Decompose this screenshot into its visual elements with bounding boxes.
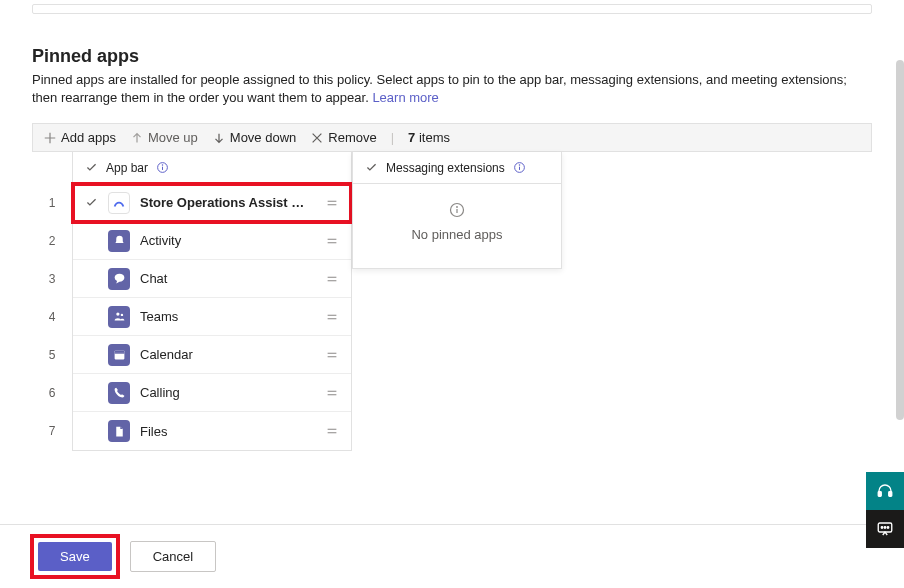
svg-point-18 bbox=[884, 527, 886, 529]
app-name: Files bbox=[140, 424, 311, 439]
move-up-button[interactable]: Move up bbox=[130, 130, 198, 145]
arrow-down-icon bbox=[212, 131, 226, 145]
x-icon bbox=[310, 131, 324, 145]
scrollbar[interactable] bbox=[896, 60, 904, 420]
learn-more-link[interactable]: Learn more bbox=[372, 90, 438, 105]
drag-handle-icon[interactable] bbox=[321, 424, 343, 438]
row-number: 3 bbox=[33, 260, 71, 298]
remove-label: Remove bbox=[328, 130, 376, 145]
app-bar-label: App bar bbox=[106, 161, 148, 175]
cancel-button[interactable]: Cancel bbox=[130, 541, 216, 572]
app-icon-activity bbox=[108, 230, 130, 252]
plus-icon bbox=[43, 131, 57, 145]
svg-point-19 bbox=[887, 527, 889, 529]
svg-point-9 bbox=[519, 165, 520, 166]
row-number: 4 bbox=[33, 298, 71, 336]
section-description: Pinned apps are installed for people ass… bbox=[32, 71, 862, 107]
app-name: Calendar bbox=[140, 347, 311, 362]
move-up-label: Move up bbox=[148, 130, 198, 145]
add-apps-label: Add apps bbox=[61, 130, 116, 145]
checkmark-icon bbox=[365, 161, 378, 174]
svg-rect-10 bbox=[519, 167, 520, 170]
row-number: 6 bbox=[33, 374, 71, 412]
messaging-extensions-list: Messaging extensions No pinned apps bbox=[352, 152, 562, 269]
svg-rect-14 bbox=[878, 492, 881, 497]
drag-handle-icon[interactable] bbox=[321, 272, 343, 286]
info-icon[interactable] bbox=[156, 161, 169, 174]
app-row-selected[interactable]: Store Operations Assist T… bbox=[73, 184, 351, 222]
drag-handle-icon[interactable] bbox=[321, 196, 343, 210]
headset-icon bbox=[876, 482, 894, 500]
drag-handle-icon[interactable] bbox=[321, 386, 343, 400]
checkmark-icon bbox=[85, 161, 98, 174]
messaging-label: Messaging extensions bbox=[386, 161, 505, 175]
app-row[interactable]: Calling bbox=[73, 374, 351, 412]
app-icon-store-operations bbox=[108, 192, 130, 214]
app-icon-files bbox=[108, 420, 130, 442]
app-row[interactable]: Activity bbox=[73, 222, 351, 260]
app-icon-calendar bbox=[108, 344, 130, 366]
app-bar-list: App bar Store Operations Assist T… Activ… bbox=[72, 152, 352, 451]
row-number: 1 bbox=[33, 184, 71, 222]
move-down-label: Move down bbox=[230, 130, 296, 145]
info-icon bbox=[365, 202, 549, 221]
row-number-column: 1 2 3 4 5 6 7 bbox=[32, 152, 72, 451]
svg-point-3 bbox=[116, 313, 119, 316]
row-number: 7 bbox=[33, 412, 71, 450]
messaging-empty-text: No pinned apps bbox=[365, 227, 549, 242]
previous-section-sliver bbox=[32, 4, 872, 14]
item-count: 7 items bbox=[408, 130, 450, 145]
page-footer: Save Cancel bbox=[0, 524, 904, 588]
save-button[interactable]: Save bbox=[38, 542, 112, 571]
section-description-text: Pinned apps are installed for people ass… bbox=[32, 72, 847, 105]
drag-handle-icon[interactable] bbox=[321, 348, 343, 362]
row-number: 5 bbox=[33, 336, 71, 374]
svg-rect-15 bbox=[889, 492, 892, 497]
row-number: 2 bbox=[33, 222, 71, 260]
toolbar-separator: | bbox=[391, 130, 394, 145]
svg-point-17 bbox=[881, 527, 883, 529]
app-icon-calling bbox=[108, 382, 130, 404]
app-name: Store Operations Assist T… bbox=[140, 195, 311, 210]
svg-point-1 bbox=[162, 165, 163, 166]
info-icon[interactable] bbox=[513, 161, 526, 174]
pinned-apps-toolbar: Add apps Move up Move down Remove | 7 it… bbox=[32, 123, 872, 152]
feedback-button[interactable] bbox=[866, 510, 904, 548]
app-row[interactable]: Files bbox=[73, 412, 351, 450]
svg-point-12 bbox=[456, 206, 458, 208]
svg-rect-13 bbox=[456, 209, 457, 213]
app-icon-teams bbox=[108, 306, 130, 328]
messaging-column-header[interactable]: Messaging extensions bbox=[353, 152, 561, 184]
app-row[interactable]: Chat bbox=[73, 260, 351, 298]
section-title: Pinned apps bbox=[32, 46, 872, 67]
app-name: Calling bbox=[140, 385, 311, 400]
drag-handle-icon[interactable] bbox=[321, 310, 343, 324]
app-icon-chat bbox=[108, 268, 130, 290]
app-name: Chat bbox=[140, 271, 311, 286]
row-number-header bbox=[33, 152, 71, 184]
feedback-icon bbox=[876, 520, 894, 538]
app-row[interactable]: Teams bbox=[73, 298, 351, 336]
app-row[interactable]: Calendar bbox=[73, 336, 351, 374]
item-count-label: items bbox=[415, 130, 450, 145]
help-headset-button[interactable] bbox=[866, 472, 904, 510]
remove-button[interactable]: Remove bbox=[310, 130, 376, 145]
app-name: Activity bbox=[140, 233, 311, 248]
svg-rect-7 bbox=[114, 353, 124, 354]
arrow-up-icon bbox=[130, 131, 144, 145]
teams-admin-pinned-apps-section: Pinned apps Pinned apps are installed fo… bbox=[0, 0, 904, 588]
svg-rect-6 bbox=[114, 351, 124, 353]
app-name: Teams bbox=[140, 309, 311, 324]
add-apps-button[interactable]: Add apps bbox=[43, 130, 116, 145]
checkmark-icon[interactable] bbox=[85, 196, 98, 209]
svg-point-4 bbox=[120, 314, 122, 316]
move-down-button[interactable]: Move down bbox=[212, 130, 296, 145]
svg-rect-2 bbox=[162, 167, 163, 170]
floating-side-actions bbox=[866, 472, 904, 548]
save-button-highlight: Save bbox=[36, 540, 114, 573]
messaging-empty-state: No pinned apps bbox=[353, 184, 561, 268]
app-bar-column-header[interactable]: App bar bbox=[73, 152, 351, 184]
drag-handle-icon[interactable] bbox=[321, 234, 343, 248]
pinned-apps-lists: 1 2 3 4 5 6 7 App bar Store Operations A… bbox=[32, 152, 872, 451]
